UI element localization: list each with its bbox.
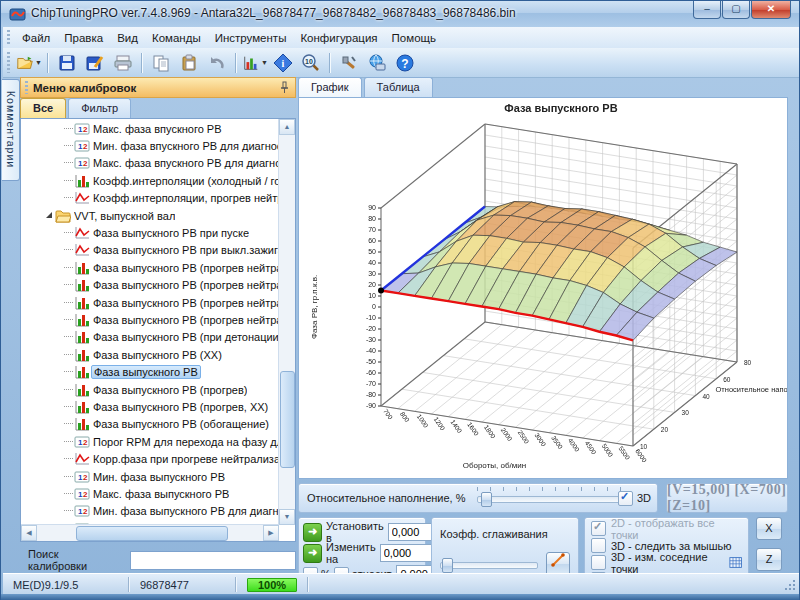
tree-horizontal-scrollbar[interactable]: ◀ ▶ xyxy=(21,524,279,541)
tree-item[interactable]: Коэфф.интерполяции (холодный / горячий ) xyxy=(22,172,279,189)
menu-item-4[interactable]: Команды xyxy=(145,30,208,46)
tab-filter[interactable]: Фильтр xyxy=(68,98,131,118)
svg-text:2: 2 xyxy=(83,142,88,151)
checkbox-3d[interactable] xyxy=(618,491,633,506)
tree-item[interactable]: Фаза выпускного РВ при выкл.зажигания xyxy=(22,242,279,259)
maximize-button[interactable]: ▢ xyxy=(722,1,750,19)
tree-item[interactable]: Фаза выпускного РВ (обогащение) xyxy=(22,416,279,433)
checkbox-3d-follow-mouse[interactable] xyxy=(591,538,606,553)
print-icon[interactable] xyxy=(110,51,136,75)
tree-item[interactable]: Фаза выпускного РВ (прогрев, ХХ) xyxy=(22,398,279,415)
tab-graph[interactable]: График xyxy=(298,77,362,97)
tree-item[interactable]: Фаза выпускного РВ (ХХ) xyxy=(22,346,279,363)
tree-connector xyxy=(64,145,73,147)
curve-icon xyxy=(74,226,90,240)
tree-connector xyxy=(64,510,73,512)
tree-item[interactable]: 12Мин. фаза впускного РВ для диагностики xyxy=(22,137,279,154)
info-diamond-icon[interactable]: i xyxy=(270,51,296,75)
num12-icon: 12 xyxy=(74,139,90,153)
paste-icon[interactable] xyxy=(176,51,202,75)
tree-connector xyxy=(64,458,73,460)
scroll-up-icon[interactable]: ▲ xyxy=(279,119,295,135)
tree-item[interactable]: Корр.фаза при прогреве нейтрализатора xyxy=(22,450,279,467)
tab-table[interactable]: Таблица xyxy=(364,77,433,97)
checkbox-2d-all-points[interactable] xyxy=(591,521,606,536)
smoothing-slider-thumb[interactable] xyxy=(442,558,453,573)
change-value-input[interactable] xyxy=(380,544,437,562)
pin-icon[interactable] xyxy=(279,81,290,94)
menu-item-7[interactable]: Помощь xyxy=(385,30,443,46)
checkbox-3d-adjacent-points[interactable] xyxy=(591,555,606,570)
tree-item[interactable]: Фаза выпускного РВ (прогрев нейтрал., ХХ… xyxy=(22,294,279,311)
surface-chart[interactable] xyxy=(299,98,787,478)
tree-item[interactable]: 12Порог RPM для перехода на фазу для реж… xyxy=(22,433,279,450)
tree-vertical-scrollbar[interactable]: ▲ ▼ xyxy=(278,119,295,525)
copy-icon[interactable] xyxy=(148,51,174,75)
chart-icon[interactable]: ▼ xyxy=(242,51,268,75)
menu-item-1[interactable]: Файл xyxy=(15,30,57,46)
checkbox-3d-label: 3D xyxy=(637,492,651,504)
z-axis-button[interactable]: Z xyxy=(756,548,782,571)
tree-item[interactable]: 12Макс. фаза выпускного РВ xyxy=(22,485,279,502)
tab-comments[interactable]: Комментарии xyxy=(2,79,20,181)
tree-item-label: Мин. фаза выпускного РВ для диагностики xyxy=(93,505,279,517)
tree-connector xyxy=(64,371,73,373)
tree-item[interactable]: 12Макс. фаза впускного РВ xyxy=(22,120,279,137)
load-slider[interactable] xyxy=(477,492,627,505)
save-as-icon[interactable] xyxy=(82,51,108,75)
internet-icon[interactable] xyxy=(364,51,390,75)
help-icon[interactable]: ? xyxy=(392,51,418,75)
resize-grip[interactable] xyxy=(784,579,796,591)
tree-item[interactable]: Фаза выпускного РВ (при детонации) xyxy=(22,329,279,346)
scroll-down-icon[interactable]: ▼ xyxy=(279,509,295,525)
load-slider-thumb[interactable] xyxy=(481,492,492,507)
tree-connector xyxy=(64,423,73,425)
menu-item-2[interactable]: Правка xyxy=(57,30,110,46)
tree-item-label: Фаза выпускного РВ (прогрев нейтрал., ХХ… xyxy=(93,297,279,309)
tree-item[interactable]: Фаза выпускного РВ (прогрев нейтрал., ХХ… xyxy=(22,311,279,328)
tree-item[interactable]: Коэфф.интерполяции, прогрев нейтр. (холо… xyxy=(22,190,279,207)
dropdown-arrow-icon[interactable]: ▼ xyxy=(35,59,42,66)
tree-item[interactable]: Фаза выпускного РВ (прогрев) xyxy=(22,381,279,398)
option-label: 2D - отображать все точки xyxy=(611,517,742,541)
tools-icon[interactable] xyxy=(336,51,362,75)
grid-icon[interactable] xyxy=(729,556,742,569)
horizontal-scroll-thumb[interactable] xyxy=(76,526,228,541)
dropdown-arrow-icon[interactable]: ▼ xyxy=(261,59,268,66)
search-input[interactable] xyxy=(130,551,296,570)
tree-item-label: Фаза выпускного РВ (прогрев, ХХ) xyxy=(93,401,268,413)
progress-badge: 100% xyxy=(247,578,297,592)
svg-text:10: 10 xyxy=(305,58,313,65)
tree-item[interactable]: Фаза выпускного РВ (прогрев нейтрал., хо… xyxy=(22,277,279,294)
tree-item[interactable]: Фаза выпускного РВ (прогрев нейтрализато… xyxy=(22,259,279,276)
apply-set-button[interactable]: ➜ xyxy=(303,523,322,542)
save-icon[interactable] xyxy=(54,51,80,75)
tree-item[interactable]: Фаза выпускного РВ xyxy=(22,363,279,380)
tree-item[interactable]: Фаза выпускного РВ при пуске xyxy=(22,224,279,241)
smoothing-slider[interactable] xyxy=(440,558,538,571)
tree-item[interactable]: 12Мин. фаза выпускного РВ для диагностик… xyxy=(22,503,279,520)
menu-item-3[interactable]: Вид xyxy=(110,30,145,46)
calibration-tree: 12Макс. фаза впускного РВ12Мин. фаза впу… xyxy=(20,118,296,542)
tree-item[interactable]: 12Мин. фаза выпускного РВ xyxy=(22,468,279,485)
close-button[interactable]: ✕ xyxy=(751,1,791,19)
title-bar[interactable]: ChipTuningPRO ver.7.4.8.969 - Antara32L_… xyxy=(1,1,799,27)
apply-change-button[interactable]: ➜ xyxy=(303,544,322,563)
tab-all[interactable]: Все xyxy=(20,98,66,118)
menu-item-6[interactable]: Конфигурация xyxy=(293,30,384,46)
undo-icon[interactable] xyxy=(204,51,230,75)
tree-folder[interactable]: VVT, выпускной вал xyxy=(22,207,279,224)
zoom-10x-icon[interactable]: 10 xyxy=(298,51,324,75)
slider-track[interactable] xyxy=(477,496,627,503)
tree-item[interactable]: 12Макс. фаза впускного РВ для диагностик… xyxy=(22,155,279,172)
vertical-scroll-thumb[interactable] xyxy=(280,371,295,468)
tree-connector xyxy=(64,476,73,478)
tree-item-label: Порог RPM для перехода на фазу для режим… xyxy=(93,436,279,448)
expand-arrow-icon[interactable] xyxy=(46,212,52,218)
curve-icon xyxy=(74,191,90,205)
x-axis-button[interactable]: X xyxy=(756,517,782,540)
menu-item-5[interactable]: Инструменты xyxy=(208,30,294,46)
bars-icon xyxy=(74,365,90,379)
minimize-button[interactable]: – xyxy=(693,1,721,19)
open-file-icon[interactable]: ▼ xyxy=(16,51,42,75)
